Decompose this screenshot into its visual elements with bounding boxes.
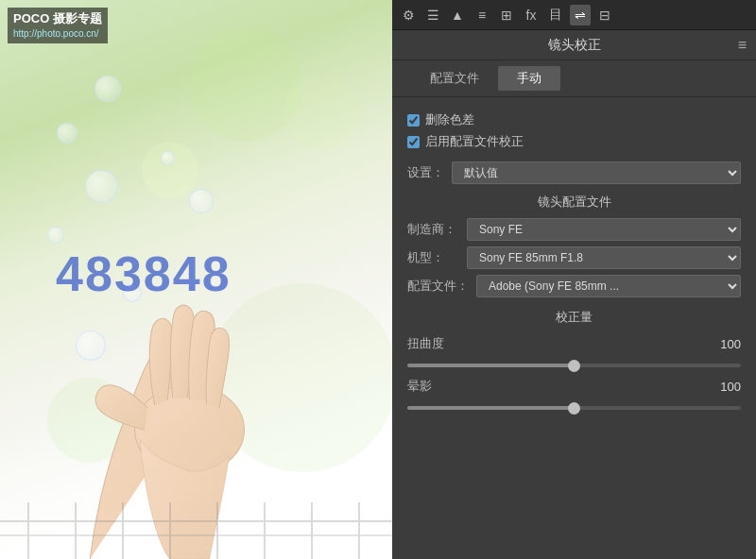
tool-fx-icon[interactable]: fx (521, 5, 541, 25)
watermark-number: 483848 (56, 246, 232, 302)
model-label: 机型： (407, 249, 459, 266)
settings-label: 设置： (407, 164, 444, 181)
logo-url: http://photo.poco.cn/ (13, 27, 102, 41)
tab-manual[interactable]: 手动 (498, 66, 560, 91)
correction-section: 校正量 扭曲度 100 晕影 100 (407, 309, 741, 413)
correction-title: 校正量 (407, 309, 741, 326)
watermark: POCO 摄影专题 http://photo.poco.cn/ (8, 8, 108, 43)
checkbox-remove-ca-input[interactable] (407, 114, 420, 127)
tool-calibration-icon[interactable]: 目 (545, 5, 566, 25)
tool-histogram-icon[interactable]: ☰ (422, 5, 443, 25)
tool-curve-icon[interactable]: ▲ (447, 5, 468, 25)
manufacturer-select[interactable]: Sony FE (467, 218, 741, 241)
manufacturer-label: 制造商： (407, 221, 459, 238)
distortion-label: 扭曲度 (407, 335, 444, 352)
distortion-value: 100 (708, 337, 741, 351)
tab-profile[interactable]: 配置文件 (411, 66, 498, 91)
checkbox-remove-ca: 删除色差 (407, 111, 741, 128)
model-select[interactable]: Sony FE 85mm F1.8 (467, 246, 741, 269)
content-area: 删除色差 启用配置文件校正 设置： 默认值 自定义 镜头配置文件 制造商： So… (392, 97, 756, 559)
tabs-container: 配置文件 手动 (392, 60, 756, 97)
bubble (161, 151, 175, 165)
bubble (57, 123, 77, 144)
panel-title: 镜头校正 (548, 37, 601, 54)
panel-header: 镜头校正 ≡ (392, 30, 756, 60)
checkbox-enable-profile-input[interactable] (407, 136, 420, 148)
vignette-value: 100 (708, 380, 741, 394)
bubble (94, 76, 121, 102)
lens-profile-title: 镜头配置文件 (407, 194, 741, 211)
manufacturer-row: 制造商： Sony FE (407, 218, 741, 241)
settings-row: 设置： 默认值 自定义 (407, 161, 741, 184)
tool-settings-icon[interactable]: ⚙ (398, 5, 419, 25)
photo-panel: POCO 摄影专题 http://photo.poco.cn/ (0, 0, 392, 559)
tool-hsl-icon[interactable]: ⊞ (496, 5, 517, 25)
tool-lens-icon[interactable]: ⇌ (570, 5, 591, 25)
model-row: 机型： Sony FE 85mm F1.8 (407, 246, 741, 269)
checkbox-enable-profile: 启用配置文件校正 (407, 133, 741, 150)
fence-decoration (0, 502, 392, 559)
logo-name: POCO 摄影专题 (13, 10, 102, 27)
profile-select[interactable]: Adobe (Sony FE 85mm ... (476, 275, 741, 297)
settings-select[interactable]: 默认值 自定义 (452, 161, 741, 184)
toolbar: ⚙ ☰ ▲ ≡ ⊞ fx 目 ⇌ ⊟ (392, 0, 756, 30)
distortion-input[interactable] (407, 364, 741, 367)
profile-row: 配置文件： Adobe (Sony FE 85mm ... (407, 275, 741, 297)
tool-detail-icon[interactable]: ≡ (472, 5, 492, 25)
vignette-input[interactable] (407, 406, 741, 410)
checkbox-enable-profile-label: 启用配置文件校正 (425, 133, 524, 150)
checkbox-remove-ca-label: 删除色差 (425, 111, 474, 128)
right-panel: ⚙ ☰ ▲ ≡ ⊞ fx 目 ⇌ ⊟ 镜头校正 ≡ 配置文件 手动 删除色差 启… (392, 0, 756, 559)
distortion-slider-row: 扭曲度 100 (407, 335, 741, 370)
vignette-label: 晕影 (407, 378, 432, 395)
tool-transform-icon[interactable]: ⊟ (594, 5, 615, 25)
vignette-slider-row: 晕影 100 (407, 378, 741, 413)
panel-menu-icon[interactable]: ≡ (738, 37, 747, 54)
profile-label: 配置文件： (407, 278, 469, 295)
